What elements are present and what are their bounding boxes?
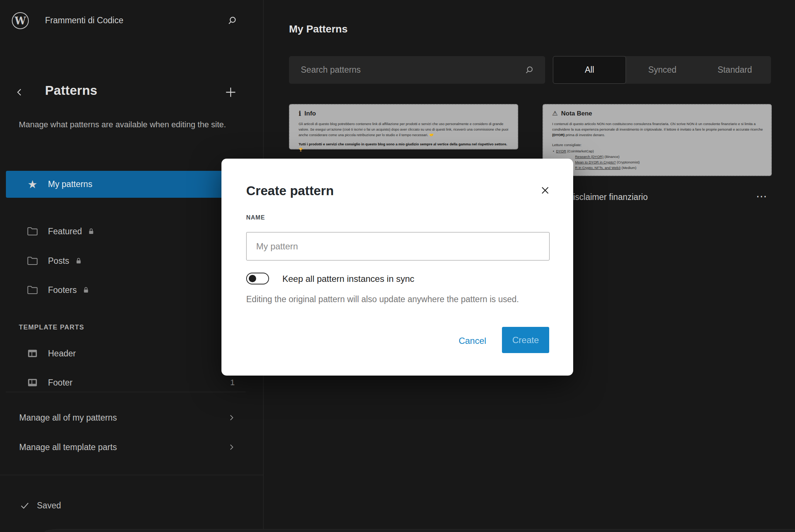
lock-icon bbox=[75, 257, 83, 265]
card-link[interactable]: Research (DYOR) bbox=[575, 155, 603, 159]
sidebar-item-footers[interactable]: Footers bbox=[6, 278, 258, 302]
create-button[interactable]: Create bbox=[502, 327, 549, 353]
pattern-item-title: isclaimer finanziario bbox=[573, 192, 648, 202]
card-text-bold: (DYOR) bbox=[552, 133, 565, 137]
info-icon: i bbox=[299, 110, 301, 117]
card-list-intro: Letture consigliate: bbox=[552, 142, 582, 148]
divider bbox=[0, 475, 264, 475]
chevron-right-icon bbox=[227, 413, 236, 422]
divider bbox=[6, 392, 246, 392]
site-title: Frammenti di Codice bbox=[45, 15, 123, 25]
folder-icon bbox=[27, 255, 38, 267]
footer-template-icon bbox=[27, 377, 38, 388]
card-text: prima di investire denaro. bbox=[565, 133, 605, 137]
page-title: Patterns bbox=[45, 83, 97, 98]
wordpress-logo[interactable]: W bbox=[12, 12, 29, 29]
sidebar-item-label: My patterns bbox=[48, 179, 92, 189]
close-icon[interactable] bbox=[536, 182, 554, 199]
modal-title: Create pattern bbox=[246, 183, 334, 198]
list-item: • DYOR (CoinMarketCap) bbox=[553, 149, 594, 153]
search-icon[interactable] bbox=[224, 12, 241, 29]
content-title: My Patterns bbox=[289, 23, 348, 35]
manage-template-parts-link[interactable]: Manage all template parts bbox=[6, 434, 258, 460]
pattern-name-input[interactable] bbox=[246, 232, 550, 260]
sidebar-item-label: Featured bbox=[48, 227, 82, 236]
header-template-icon bbox=[27, 348, 38, 359]
manage-my-patterns-link[interactable]: Manage all of my patterns bbox=[6, 405, 258, 431]
save-status[interactable]: Saved bbox=[19, 497, 61, 514]
manage-link-label: Manage all template parts bbox=[19, 442, 117, 452]
card-text: (Medium) bbox=[620, 166, 636, 170]
sidebar-item-label: Posts bbox=[48, 256, 69, 266]
list-item: R in Crypto, NFTs, and Web3 (Medium) bbox=[575, 166, 636, 170]
sidebar-description: Manage what patterns are available when … bbox=[19, 117, 228, 132]
manage-link-label: Manage all of my patterns bbox=[19, 413, 117, 423]
tab-synced[interactable]: Synced bbox=[626, 56, 698, 84]
sync-help-text: Editing the original pattern will also u… bbox=[246, 294, 519, 304]
tab-standard[interactable]: Standard bbox=[699, 56, 771, 84]
list-item: Mean to DYOR in Crypto? (Cryptonomist) bbox=[575, 160, 640, 164]
create-pattern-modal: Create pattern NAME Keep all pattern ins… bbox=[221, 159, 573, 376]
pattern-card-nota-bene[interactable]: ⚠ Nota Bene I contenuti di questo artico… bbox=[543, 104, 772, 176]
search-icon bbox=[524, 65, 535, 76]
save-status-label: Saved bbox=[37, 501, 61, 511]
lock-icon bbox=[82, 286, 90, 294]
tab-all[interactable]: All bbox=[553, 56, 626, 84]
canvas-frame-edge bbox=[44, 529, 795, 532]
card-title: Info bbox=[304, 110, 316, 117]
card-text: (Binance) bbox=[603, 155, 619, 159]
lock-icon bbox=[87, 227, 95, 235]
sidebar-item-footer[interactable]: Footer 1 bbox=[6, 370, 258, 395]
sidebar-item-label: Footers bbox=[48, 285, 77, 295]
chevron-right-icon bbox=[227, 442, 236, 452]
folder-icon bbox=[27, 284, 38, 296]
list-item: Research (DYOR) (Binance) bbox=[575, 155, 619, 159]
pattern-card-info[interactable]: i Info Gli articoli di questo blog potre… bbox=[289, 104, 518, 149]
sidebar-item-featured[interactable]: Featured bbox=[6, 219, 258, 243]
star-icon: ★ bbox=[27, 179, 38, 190]
card-paragraph-bold: Tutti i prodotti e servizi che consiglio… bbox=[299, 141, 511, 152]
patterns-search-box bbox=[289, 56, 545, 84]
back-button[interactable] bbox=[11, 84, 28, 101]
card-link[interactable]: Mean to DYOR in Crypto? bbox=[575, 160, 616, 164]
name-field-label: NAME bbox=[246, 214, 265, 221]
folder-icon bbox=[27, 225, 38, 237]
sync-toggle[interactable] bbox=[246, 273, 269, 284]
sidebar-item-header[interactable]: Header bbox=[6, 341, 258, 366]
sidebar-item-posts[interactable]: Posts bbox=[6, 249, 258, 273]
card-link[interactable]: R in Crypto, NFTs, and Web3 bbox=[575, 166, 620, 170]
toggle-knob bbox=[249, 275, 256, 282]
card-text: (Cryptonomist) bbox=[616, 160, 640, 164]
card-paragraph: Gli articoli di questo blog potrebbero c… bbox=[299, 121, 511, 138]
sidebar-item-label: Header bbox=[48, 349, 76, 359]
plus-icon bbox=[223, 85, 238, 100]
ellipsis-menu-icon[interactable]: ⋯ bbox=[751, 187, 773, 204]
add-pattern-button[interactable] bbox=[222, 84, 239, 101]
sidebar-item-label: Footer bbox=[48, 378, 72, 388]
card-text: I contenuti di questo articolo NON non c… bbox=[552, 122, 763, 131]
card-title: Nota Bene bbox=[561, 110, 592, 117]
template-parts-heading: TEMPLATE PARTS bbox=[19, 324, 84, 331]
card-link[interactable]: DYOR bbox=[556, 149, 566, 153]
sidebar-item-my-patterns[interactable]: ★ My patterns bbox=[6, 171, 258, 198]
card-paragraph: I contenuti di questo articolo NON non c… bbox=[552, 121, 763, 138]
wordpress-logo-letter: W bbox=[15, 16, 26, 26]
pattern-filter-tabs: All Synced Standard bbox=[553, 56, 771, 84]
chevron-left-icon bbox=[14, 87, 25, 98]
sync-toggle-label: Keep all pattern instances in sync bbox=[282, 274, 414, 284]
cancel-button[interactable]: Cancel bbox=[453, 334, 492, 348]
patterns-search-input[interactable] bbox=[289, 56, 545, 84]
item-count-badge: 1 bbox=[230, 378, 235, 387]
warning-icon: ⚠ bbox=[552, 110, 558, 117]
card-text: (CoinMarketCap) bbox=[566, 149, 594, 153]
check-icon bbox=[19, 500, 30, 511]
